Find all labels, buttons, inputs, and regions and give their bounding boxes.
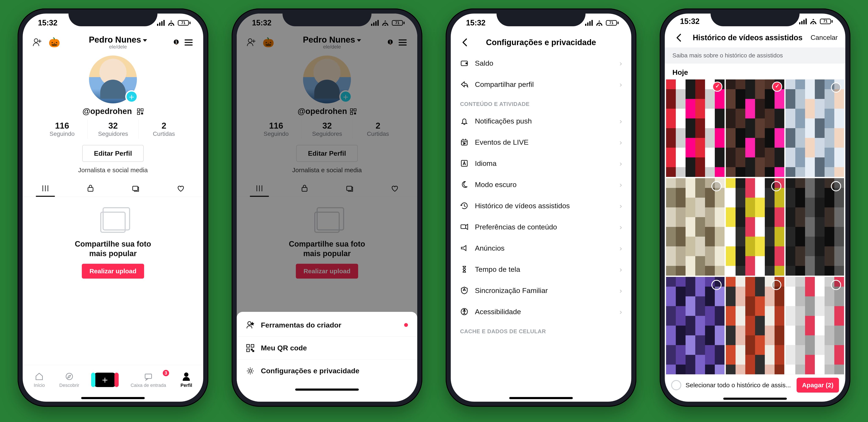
svg-point-9	[185, 372, 188, 376]
svg-rect-3	[137, 112, 140, 115]
svg-rect-21	[251, 349, 252, 350]
video-thumb[interactable]	[666, 79, 724, 177]
page-title: Configurações e privacidade	[486, 38, 596, 47]
avatar[interactable]: ＋	[23, 56, 203, 103]
row-push[interactable]: Notificações push›	[451, 110, 631, 132]
svg-rect-20	[247, 349, 249, 352]
row-ads[interactable]: Anúncios›	[451, 237, 631, 259]
select-all-label[interactable]: Selecionar todo o histórico de assis...	[686, 382, 792, 389]
svg-rect-28	[461, 225, 466, 229]
history-banner[interactable]: Saiba mais sobre o histórico de assistid…	[665, 47, 845, 64]
username[interactable]: @opedrohen	[23, 107, 203, 116]
svg-rect-5	[88, 188, 93, 191]
settings-list: Saldo› Compartilhar perfil› CONTEÚDO E A…	[451, 53, 631, 338]
story-count-badge: 1	[174, 40, 179, 44]
upload-button[interactable]: Realizar upload	[82, 264, 144, 279]
settings-header: Configurações e privacidade	[451, 32, 631, 53]
section-cache: CACHE E DADOS DE CELULAR	[451, 322, 631, 338]
inbox-badge: 3	[163, 370, 169, 376]
tabbar-inbox[interactable]: Caixa de entrada 3	[130, 371, 166, 388]
history-header: Histórico de vídeos assistidos Cancelar	[665, 29, 845, 46]
svg-rect-1	[137, 109, 140, 111]
bio-text: Jornalista e social media	[23, 166, 203, 174]
sheet-qr[interactable]: Meu QR code	[237, 336, 417, 359]
row-family-pairing[interactable]: Sincronização Familiar›	[451, 280, 631, 301]
story-button[interactable]: 1	[176, 40, 177, 44]
row-dark-mode[interactable]: Modo escuro›	[451, 174, 631, 195]
tabbar-home[interactable]: Início	[34, 371, 45, 388]
row-share-profile[interactable]: Compartilhar perfil›	[451, 74, 631, 95]
select-all-checkbox[interactable]	[671, 380, 681, 390]
clock: 15:32	[38, 19, 57, 27]
pronouns-label: ele/dele	[109, 44, 127, 50]
bottom-tabbar: Início Descobrir ＋ Caixa de entrada 3 Pe…	[23, 365, 203, 394]
qr-icon[interactable]	[137, 108, 144, 115]
video-thumb[interactable]	[666, 178, 724, 275]
status-bar: 15:32 71	[23, 13, 203, 32]
edit-profile-button[interactable]: Editar Perfil	[82, 145, 144, 162]
back-button[interactable]	[458, 36, 471, 48]
video-thumb[interactable]	[726, 79, 784, 177]
profile-tabs	[23, 180, 203, 197]
cancel-button[interactable]: Cancelar	[811, 34, 838, 41]
add-friend-icon[interactable]	[31, 36, 43, 48]
tab-private[interactable]	[68, 180, 113, 197]
video-thumb[interactable]	[726, 178, 784, 275]
tabbar-profile[interactable]: Perfil	[181, 371, 192, 388]
notification-dot	[404, 323, 408, 327]
svg-rect-18	[247, 345, 249, 347]
phone-history: 15:3271 Histórico de vídeos assistidos C…	[660, 8, 850, 407]
tab-reposts[interactable]	[113, 180, 158, 197]
delete-button[interactable]: Apagar (2)	[797, 378, 839, 393]
profile-header: 🎃 Pedro Nunes ele/dele 1	[23, 32, 203, 53]
tabbar-discover[interactable]: Descobrir	[59, 371, 79, 388]
video-thumb[interactable]	[785, 277, 844, 374]
chevron-down-icon	[143, 39, 147, 42]
history-grid	[665, 79, 845, 374]
row-screen-time[interactable]: Tempo de tela›	[451, 259, 631, 280]
row-accessibility[interactable]: Acessibilidade›	[451, 301, 631, 322]
cellular-icon	[157, 20, 165, 26]
account-switcher[interactable]: Pedro Nunes ele/dele	[89, 35, 147, 50]
svg-point-25	[466, 63, 467, 64]
video-thumb[interactable]	[666, 277, 724, 374]
sheet-settings[interactable]: Configurações e privacidade	[237, 359, 417, 382]
stats-row: 116Seguindo 32Seguidores 2Curtidas	[23, 120, 203, 138]
phone-menu-sheet: 15:3271 🎃 Pedro Nunesele/dele 1 ＋ @opedr…	[231, 8, 422, 407]
tab-feed[interactable]	[23, 180, 68, 197]
wifi-icon	[167, 20, 175, 26]
row-live[interactable]: Eventos de LIVE›	[451, 132, 631, 153]
row-watch-history[interactable]: Histórico de vídeos assistidos›	[451, 195, 631, 216]
svg-point-7	[66, 373, 73, 380]
back-button[interactable]	[673, 32, 685, 44]
row-content-prefs[interactable]: Preferências de conteúdo›	[451, 216, 631, 237]
sheet-creator-tools[interactable]: Ferramentas do criador	[237, 314, 417, 336]
svg-rect-8	[145, 374, 152, 378]
menu-button[interactable]	[182, 36, 195, 48]
empty-state: Compartilhe sua fotomais popular Realiza…	[23, 197, 203, 279]
tabbar-create[interactable]: ＋	[94, 372, 116, 387]
svg-point-30	[464, 309, 465, 311]
svg-point-23	[249, 370, 252, 372]
row-language[interactable]: Idioma›	[451, 153, 631, 174]
video-thumb[interactable]	[726, 277, 784, 374]
video-thumb[interactable]	[785, 79, 844, 177]
svg-rect-6	[133, 186, 138, 190]
home-indicator	[23, 394, 203, 402]
phone-settings: 15:3271 Configurações e privacidade Sald…	[446, 8, 637, 407]
followers-stat[interactable]: 32Seguidores	[88, 120, 138, 138]
svg-rect-22	[253, 350, 254, 352]
phone-profile: 15:32 71 🎃 Pedro Nunes ele/dele	[18, 8, 208, 407]
svg-rect-2	[141, 109, 143, 111]
pumpkin-icon[interactable]: 🎃	[49, 37, 60, 48]
page-title: Histórico de vídeos assistidos	[688, 33, 807, 42]
gallery-icon	[100, 212, 126, 233]
video-thumb[interactable]	[785, 178, 844, 275]
row-balance[interactable]: Saldo›	[451, 53, 631, 74]
following-stat[interactable]: 116Seguindo	[37, 120, 88, 138]
svg-rect-4	[141, 112, 143, 115]
likes-stat[interactable]: 2Curtidas	[138, 120, 189, 138]
add-avatar-badge[interactable]: ＋	[125, 90, 138, 103]
menu-sheet: Ferramentas do criador Meu QR code Confi…	[237, 312, 417, 402]
tab-liked[interactable]	[158, 180, 203, 197]
